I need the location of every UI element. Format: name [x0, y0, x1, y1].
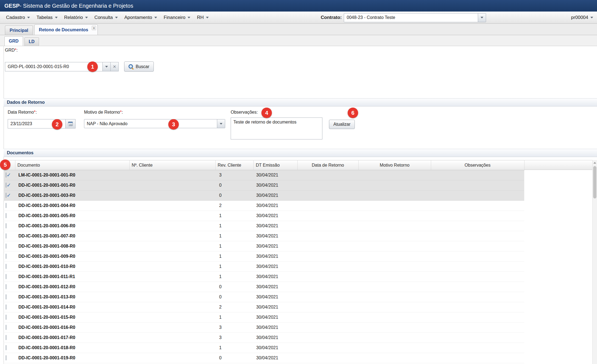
cell-motivo-retorno	[358, 282, 431, 292]
motivo-dropdown-trigger[interactable]	[217, 119, 225, 128]
column-rev-cliente[interactable]: Rev. Cliente	[215, 160, 253, 170]
table-row[interactable]: DD-IC-0001-20-0001-005-R0 1 30/04/2021	[4, 211, 524, 221]
cell-documento: DD-IC-0001-20-0001-019-R0	[15, 353, 129, 363]
tab-principal[interactable]: Principal	[5, 26, 33, 35]
row-checkbox[interactable]	[6, 172, 6, 178]
row-checkbox[interactable]	[6, 294, 6, 299]
tab-retono-de-documentos[interactable]: Retono de Documentos x	[34, 24, 98, 35]
table-row[interactable]: DD-IC-0001-20-0001-011-R1 1 30/04/2021	[4, 272, 524, 282]
column-documento[interactable]: Documento	[15, 160, 129, 170]
cell-n-cliente	[129, 312, 215, 323]
row-checkbox[interactable]	[6, 203, 6, 208]
menu-apontamento[interactable]: Apontamento	[121, 13, 160, 22]
column-motivo-retorno[interactable]: Motivo Retorno	[358, 160, 431, 170]
user-menu[interactable]: pr00004	[571, 12, 593, 24]
cell-n-cliente	[129, 282, 215, 292]
column-n-cliente[interactable]: Nº. Cliente	[129, 160, 215, 170]
table-row[interactable]: DD-IC-0001-20-0001-018-R0 1 30/04/2021	[4, 343, 524, 353]
calendar-picker-button[interactable]	[66, 119, 76, 128]
cell-data-de-retorno	[297, 292, 358, 302]
menu-cadastro[interactable]: Cadastro	[3, 13, 33, 22]
row-checkbox[interactable]	[6, 213, 6, 218]
row-checkbox[interactable]	[6, 233, 6, 239]
documentos-header: Documentos	[4, 149, 597, 157]
close-icon[interactable]: x	[92, 26, 96, 30]
contract-combobox[interactable]: 0048-23 - Contrato Teste	[344, 13, 486, 22]
grd-combobox[interactable]: GRD-PL-0001-20-0001-015-R0 ✕	[5, 62, 119, 71]
checkbox-cell	[4, 333, 15, 343]
row-checkbox[interactable]	[6, 325, 6, 330]
chevron-down-icon	[590, 17, 593, 18]
grd-dropdown-trigger[interactable]	[103, 62, 111, 71]
table-row[interactable]: DD-IC-0001-20-0001-009-R0 1 30/04/2021	[4, 251, 524, 262]
buscar-button[interactable]: Buscar	[124, 61, 154, 72]
tab-ld[interactable]: LD	[24, 37, 39, 46]
table-row[interactable]: DD-IC-0001-20-0001-014-R0 2 30/04/2021	[4, 302, 524, 312]
menu-relatorio[interactable]: Relatório	[61, 13, 91, 22]
atualizar-button[interactable]: Atualizar	[329, 120, 355, 129]
cell-data-de-retorno	[297, 302, 358, 312]
cell-data-de-retorno	[297, 191, 358, 201]
table-row[interactable]: DD-IC-0001-20-0001-004-R0 2 30/04/2021	[4, 201, 524, 211]
row-checkbox[interactable]	[6, 345, 6, 350]
cell-motivo-retorno	[358, 191, 431, 201]
checkbox-cell	[4, 292, 15, 302]
cell-observacoes	[431, 211, 524, 221]
cell-observacoes	[431, 353, 524, 363]
row-checkbox[interactable]	[6, 223, 6, 228]
table-row[interactable]: DD-IC-0001-20-0001-007-R0 1 30/04/2021	[4, 231, 524, 241]
chevron-down-icon	[85, 17, 88, 18]
column-observacoes[interactable]: Observações	[431, 160, 524, 170]
row-checkbox[interactable]	[6, 304, 6, 310]
scroll-up-arrow-icon[interactable]	[593, 161, 596, 165]
contract-dropdown-trigger[interactable]	[478, 13, 486, 22]
menu-financeiro[interactable]: Financeiro	[160, 13, 194, 22]
row-checkbox[interactable]	[6, 254, 6, 259]
tab-grd[interactable]: GRD	[4, 36, 23, 46]
data-retorno-datefield[interactable]: 23/11/2023	[8, 119, 76, 128]
table-row[interactable]: LM-IC-0001-20-0001-001-R0 3 30/04/2021	[4, 170, 524, 180]
cell-documento: DD-IC-0001-20-0001-009-R0	[15, 251, 129, 262]
row-checkbox[interactable]	[6, 264, 6, 269]
row-checkbox[interactable]	[6, 335, 6, 340]
menu-consulta[interactable]: Consulta	[91, 13, 121, 22]
checkbox-cell	[4, 272, 15, 282]
cell-rev-cliente: 1	[215, 262, 253, 272]
row-checkbox[interactable]	[6, 315, 6, 320]
table-row[interactable]: DD-IC-0001-20-0001-013-R0 0 30/04/2021	[4, 292, 524, 302]
menu-rh[interactable]: RH	[194, 13, 212, 22]
row-checkbox[interactable]	[6, 193, 6, 198]
checkbox-cell	[4, 170, 15, 180]
row-checkbox[interactable]	[6, 183, 6, 188]
table-row[interactable]: DD-IC-0001-20-0001-003-R0 0 30/04/2021	[4, 191, 524, 201]
motivo-retorno-combobox[interactable]: NAP - Não Aprovado	[84, 119, 225, 128]
table-row[interactable]: DD-IC-0001-20-0001-016-R0 3 30/04/2021	[4, 323, 524, 333]
row-checkbox[interactable]	[6, 284, 6, 289]
cell-dt-emissao: 30/04/2021	[253, 282, 297, 292]
table-row[interactable]: DD-IC-0001-20-0001-012-R0 0 30/04/2021	[4, 282, 524, 292]
cell-rev-cliente: 2	[215, 201, 253, 211]
grd-clear-button[interactable]: ✕	[111, 62, 119, 71]
menu-tabelas[interactable]: Tabelas	[33, 13, 61, 22]
grid-header-filler	[524, 160, 592, 170]
table-row[interactable]: DD-IC-0001-20-0001-001-R0 0 30/04/2021	[4, 180, 524, 191]
vertical-scrollbar[interactable]	[592, 160, 597, 364]
row-checkbox[interactable]	[6, 355, 6, 360]
table-row[interactable]: DD-IC-0001-20-0001-010-R0 1 30/04/2021	[4, 262, 524, 272]
row-checkbox[interactable]	[6, 274, 6, 279]
cell-dt-emissao: 30/04/2021	[253, 251, 297, 262]
page: GESP - Sistema de Gestão de Engenharia e…	[0, 0, 597, 364]
calendar-icon	[68, 122, 73, 126]
table-row[interactable]: DD-IC-0001-20-0001-008-R0 1 30/04/2021	[4, 241, 524, 251]
table-row[interactable]: DD-IC-0001-20-0001-006-R0 1 30/04/2021	[4, 221, 524, 231]
table-row[interactable]: DD-IC-0001-20-0001-015-R0 1 30/04/2021	[4, 312, 524, 323]
table-row[interactable]: DD-IC-0001-20-0001-017-R0 3 30/04/2021	[4, 333, 524, 343]
column-data-de-retorno[interactable]: Data de Retorno	[297, 160, 358, 170]
scrollbar-thumb[interactable]	[593, 166, 596, 198]
row-checkbox[interactable]	[6, 243, 6, 249]
column-dt-emissao[interactable]: DT Emissão	[253, 160, 297, 170]
cell-observacoes	[431, 251, 524, 262]
cell-rev-cliente: 0	[215, 191, 253, 201]
table-row[interactable]: DD-IC-0001-20-0001-019-R0 0 30/04/2021	[4, 353, 524, 363]
observacoes-textarea[interactable]: Teste de retorno de documentos	[231, 117, 322, 139]
